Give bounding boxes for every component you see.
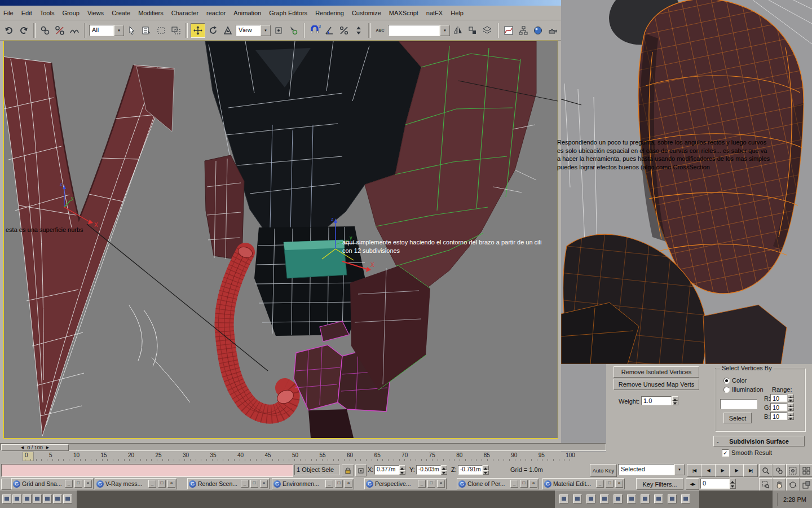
r-spinner[interactable] [788,394,794,402]
zoom-extents-button[interactable] [786,464,800,477]
z-coordinate-field[interactable]: -0.791m [458,465,483,475]
restore-icon[interactable]: □ [520,480,528,488]
menu-views[interactable]: Views [87,10,104,16]
unlink-icon[interactable] [53,24,67,37]
next-frame-button[interactable]: ▶ [729,464,744,477]
minimize-icon[interactable]: _ [418,480,426,488]
go-to-start-button[interactable]: |◀ [687,464,701,477]
taskbar-icon[interactable] [2,494,11,503]
go-to-end-button[interactable]: ▶| [743,464,758,477]
menu-file[interactable]: File [3,10,14,16]
taskbar-icon[interactable] [12,494,21,503]
selection-filter-dropdown[interactable]: All ▼ [89,25,124,36]
spinner-snap-icon[interactable] [352,24,365,37]
taskbar-icon[interactable] [63,494,72,503]
weight-spinner[interactable] [672,396,678,405]
schematic-view-icon[interactable] [517,24,530,37]
close-icon[interactable]: × [345,480,352,488]
auto-key-button[interactable]: Auto Key [590,464,617,477]
remove-unused-map-verts-button[interactable]: Remove Unused Map Verts [614,379,699,390]
zoom-button[interactable] [759,464,773,477]
window-render-scene[interactable]: G Render Scen... _ □ × [187,478,270,489]
taskbar-icon[interactable] [53,494,62,503]
chevron-down-icon[interactable]: ▼ [440,25,450,36]
minimize-icon[interactable]: _ [148,480,156,488]
close-icon[interactable]: × [167,480,175,488]
menu-character[interactable]: Character [171,10,198,16]
chevron-down-icon[interactable]: ▼ [674,464,685,475]
restore-icon[interactable]: □ [335,480,343,488]
select-object-icon[interactable] [125,24,139,37]
title-bar[interactable] [0,0,561,6]
current-frame-field[interactable]: 0 [700,479,730,489]
reference-coordinate-dropdown[interactable]: View ▼ [236,25,271,36]
restore-icon[interactable]: □ [74,480,82,488]
smooth-result-checkbox[interactable]: ✓ [722,449,729,457]
angle-snap-icon[interactable] [323,24,336,37]
tray-icon[interactable] [654,494,663,503]
b-field[interactable]: 10 [770,412,787,420]
select-and-move-icon[interactable] [191,23,205,38]
selection-lock-button[interactable] [342,465,354,476]
g-spinner[interactable] [788,403,794,411]
maxscript-mini-listener[interactable] [1,464,293,477]
time-slider-handle[interactable]: ◀ 0 / 100 ▶ [1,444,69,451]
percent-snap-icon[interactable] [337,24,351,37]
menu-modifiers[interactable]: Modifiers [138,10,164,16]
material-editor-icon[interactable] [531,24,545,37]
select-and-rotate-icon[interactable] [206,24,220,37]
restore-icon[interactable]: □ [250,480,258,488]
select-button[interactable]: Select [723,413,752,423]
subdivision-surface-rollout[interactable]: - Subdivision Surface [713,436,805,446]
menu-animation[interactable]: Animation [233,10,261,16]
tray-icon[interactable] [573,494,582,503]
close-icon[interactable]: × [437,480,445,488]
curve-editor-icon[interactable] [502,24,515,37]
min-max-toggle-button[interactable] [800,478,812,491]
taskbar-icon[interactable] [23,494,32,503]
key-step-toggle[interactable]: ◀▶ [686,478,699,490]
window-perspective[interactable]: G Perspective... _ □ × [364,478,447,489]
close-icon[interactable]: × [84,480,92,488]
undo-icon[interactable] [2,24,16,37]
minimize-icon[interactable]: _ [596,480,604,488]
render-setup-icon[interactable] [546,24,559,37]
y-coordinate-field[interactable]: -0.503m [416,465,441,475]
window-environment[interactable]: G Environmen... _ □ × [272,478,354,489]
slider-right-arrow-icon[interactable]: ▶ [46,445,49,450]
menu-edit[interactable]: Edit [21,10,32,16]
color-swatch[interactable] [720,399,757,409]
restore-icon[interactable]: □ [158,480,166,488]
menu-group[interactable]: Group [62,10,80,16]
arc-rotate-button[interactable] [786,478,800,491]
use-pivot-point-icon[interactable] [272,24,285,37]
layer-manager-icon[interactable] [480,24,494,37]
window-vray-messages[interactable]: G V-Ray mess... _ □ × [95,478,177,489]
taskbar-icon[interactable] [43,494,52,503]
play-button[interactable]: ▶ [715,464,730,477]
menu-customize[interactable]: Customize [352,10,381,16]
illumination-radio[interactable] [723,387,730,393]
menu-graph-editors[interactable]: Graph Editors [269,10,307,16]
r-field[interactable]: 10 [770,394,787,402]
track-bar[interactable]: 0 5 10 15 20 25 30 35 40 45 50 55 60 65 … [0,452,606,462]
minimize-icon[interactable]: _ [325,480,333,488]
window-clone-of-perspective[interactable]: G Clone of Per... _ □ × [457,478,539,489]
restore-icon[interactable]: □ [606,480,614,488]
b-spinner[interactable] [788,412,794,420]
tray-icon[interactable] [668,494,677,503]
tray-icon[interactable] [681,494,690,503]
minimize-icon[interactable]: _ [510,480,518,488]
zoom-all-button[interactable] [773,464,786,477]
tray-icon[interactable] [614,494,623,503]
tray-icon[interactable] [559,494,568,503]
previous-frame-button[interactable]: ◀ [701,464,716,477]
z-spinner[interactable] [483,465,489,475]
time-slider[interactable]: ◀ 0 / 100 ▶ [0,443,606,451]
chevron-down-icon[interactable]: ▼ [114,25,124,36]
y-spinner[interactable] [441,465,447,475]
key-filters-button[interactable]: Key Filters... [636,478,683,490]
absolute-offset-toggle[interactable] [355,465,367,476]
taskbar-icon[interactable] [33,494,42,503]
select-by-name-icon[interactable] [140,24,153,37]
